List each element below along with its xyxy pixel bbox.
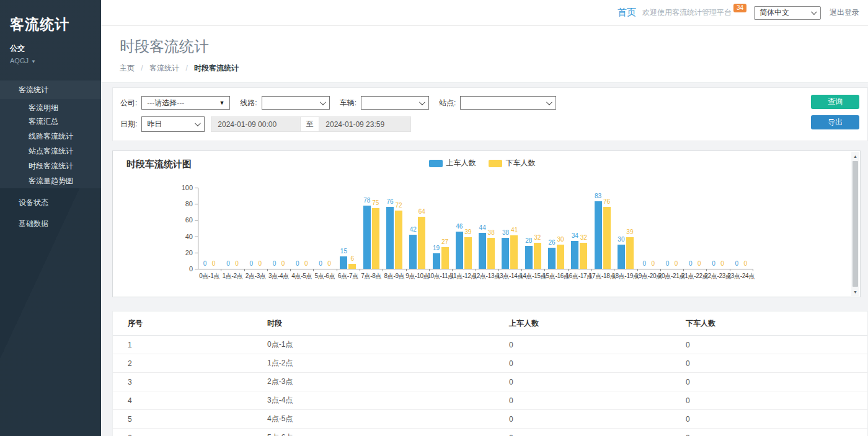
sidebar-item[interactable]: 基础数据 <box>0 213 101 234</box>
scrollbar-thumb[interactable] <box>852 161 858 287</box>
x-tick-mark <box>429 269 430 271</box>
table-cell: 0 <box>494 391 671 410</box>
date-label: 日期: <box>120 119 137 129</box>
chart-bar-value: 27 <box>436 238 454 245</box>
chart-bar <box>510 235 518 269</box>
sidebar-subitem[interactable]: 时段客流统计 <box>0 159 101 173</box>
station-select[interactable] <box>460 96 556 110</box>
chart-bar <box>595 201 602 269</box>
table-cell: 2 <box>113 354 252 373</box>
breadcrumb-home[interactable]: 主页 <box>120 64 135 72</box>
table-row: 10点-1点00 <box>113 336 867 354</box>
query-button[interactable]: 查询 <box>811 95 859 109</box>
language-select-value: 简体中文 <box>760 7 811 18</box>
date-to-input[interactable]: 2024-01-09 23:59 <box>319 116 411 132</box>
sidebar-subitem[interactable]: 客流明细 <box>0 99 101 114</box>
chart-x-label: 5点-6点 <box>315 272 335 281</box>
y-tick-label: 20 <box>174 249 193 256</box>
chevron-down-icon <box>320 99 326 105</box>
welcome-text: 欢迎使用客流统计管理平台 <box>642 7 732 18</box>
table-row: 54点-5点00 <box>113 410 867 429</box>
breadcrumb-current: 时段客流统计 <box>194 64 239 72</box>
chart-x-label: 2点-3点 <box>246 272 266 281</box>
x-tick-mark <box>290 269 291 271</box>
sidebar: 客流统计 公交 AQGJ▼ 客流统计 客流明细客流汇总线路客流统计站点客流统计时… <box>0 0 101 436</box>
table-cell: 0 <box>671 410 867 429</box>
logout-link[interactable]: 退出登录 <box>830 7 859 18</box>
table-cell: 4点-5点 <box>252 410 494 429</box>
y-tick-label: 80 <box>174 200 193 207</box>
table-header-cell: 下车人数 <box>671 312 867 336</box>
table-cell: 2点-3点 <box>252 373 494 391</box>
x-tick-mark <box>244 269 245 271</box>
sidebar-subitem[interactable]: 客流量趋势图 <box>0 173 101 188</box>
chart-bar <box>534 243 541 269</box>
notification-badge[interactable]: 34 <box>733 4 746 12</box>
date-preset-value: 昨日 <box>147 119 195 129</box>
date-preset-select[interactable]: 昨日 <box>141 116 205 132</box>
x-tick-mark <box>591 269 591 271</box>
sidebar-subitem[interactable]: 客流汇总 <box>0 114 101 129</box>
x-tick-mark <box>730 269 730 271</box>
chart-bar <box>525 246 533 269</box>
language-select[interactable]: 简体中文 <box>754 6 821 20</box>
table-cell: 0 <box>671 336 867 354</box>
filter-panel: 公司: ---请选择--- ▼ 线路: 车辆: <box>112 87 868 141</box>
chart-panel: 时段车流统计图 上车人数下车人数 0204060801000点-1点001点-2… <box>112 150 861 297</box>
x-tick-mark <box>614 269 614 271</box>
date-to-separator: 至 <box>301 116 319 132</box>
chart-bar <box>487 238 495 269</box>
chart-bar <box>548 248 556 269</box>
sidebar-item-passenger-stats[interactable]: 客流统计 <box>0 81 101 99</box>
scroll-down-icon[interactable]: ▼ <box>851 287 859 296</box>
chart-scrollbar[interactable]: ▲ ▼ <box>851 152 859 296</box>
station-label: 站点: <box>439 98 456 108</box>
page-header: 时段客流统计 主页 / 客流统计 / 时段客流统计 <box>101 26 868 83</box>
chart-bar <box>395 211 402 269</box>
table-row: 32点-3点00 <box>113 373 867 391</box>
chart-x-label: 23点-24点 <box>728 272 755 281</box>
brand-title: 客流统计 <box>10 15 91 34</box>
chart-bar <box>372 208 379 269</box>
table-body: 10点-1点0021点-2点0032点-3点0043点-4点0054点-5点00… <box>113 336 867 436</box>
table-row: 65点-6点00 <box>113 429 867 436</box>
page-body: 公司: ---请选择--- ▼ 线路: 车辆: <box>101 83 868 436</box>
main-column: 首页 欢迎使用客流统计管理平台 34 简体中文 退出登录 时段客流统计 主页 /… <box>101 0 868 436</box>
breadcrumb-passenger-stats[interactable]: 客流统计 <box>149 64 179 72</box>
date-from-input[interactable]: 2024-01-09 00:00 <box>211 116 301 132</box>
table-header-row: 序号时段上车人数下车人数 <box>113 312 867 336</box>
menu-block-passenger-stats: 客流统计 客流明细客流汇总线路客流统计站点客流统计时段客流统计客流量趋势图 <box>0 81 101 188</box>
vehicle-select[interactable] <box>361 96 429 110</box>
table-cell: 1 <box>113 336 252 354</box>
x-tick-mark <box>753 269 753 271</box>
chart-bar <box>433 253 440 269</box>
table-header-cell: 上车人数 <box>494 312 671 336</box>
org-name: 公交 <box>10 43 91 54</box>
table-cell: 0 <box>494 410 671 429</box>
company-select[interactable]: ---请选择--- ▼ <box>141 96 230 110</box>
line-select[interactable] <box>262 96 330 110</box>
chart-bar <box>626 237 634 269</box>
breadcrumb-separator: / <box>141 64 143 72</box>
scrollbar-track[interactable] <box>851 160 859 287</box>
table-row: 43点-4点00 <box>113 391 867 410</box>
time-period-table: 序号时段上车人数下车人数 10点-1点0021点-2点0032点-3点0043点… <box>113 312 867 436</box>
app-root: 客流统计 公交 AQGJ▼ 客流统计 客流明细客流汇总线路客流统计站点客流统计时… <box>0 0 868 436</box>
sidebar-item[interactable]: 设备状态 <box>0 192 101 213</box>
x-tick-mark <box>221 269 221 271</box>
org-code-dropdown[interactable]: AQGJ▼ <box>10 57 91 64</box>
nav-home-link[interactable]: 首页 <box>618 7 636 19</box>
company-select-value: ---请选择--- <box>147 98 219 108</box>
table-header-cell: 时段 <box>252 312 494 336</box>
sidebar-subitem[interactable]: 线路客流统计 <box>0 129 101 144</box>
breadcrumb-separator: / <box>185 64 187 72</box>
chart-bar-value: 39 <box>621 229 639 235</box>
export-button[interactable]: 导出 <box>811 115 859 129</box>
filter-row-1: 公司: ---请选择--- ▼ 线路: 车辆: <box>120 96 867 110</box>
sidebar-subitem[interactable]: 站点客流统计 <box>0 144 101 159</box>
chart-x-label: 4点-5点 <box>291 272 312 281</box>
chart-bar <box>603 207 611 269</box>
chevron-down-icon <box>811 9 817 15</box>
scroll-up-icon[interactable]: ▲ <box>851 152 859 160</box>
x-tick-mark <box>660 269 661 271</box>
